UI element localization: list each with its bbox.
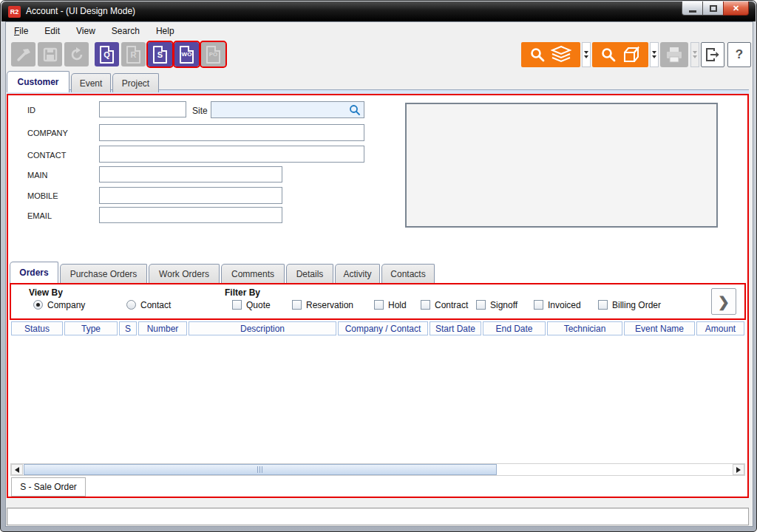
orders-table-body	[11, 337, 744, 463]
app-window: R2 Account - (UI Design Mode) ✕ File Edi…	[0, 0, 757, 532]
tab-work-orders[interactable]: Work Orders	[149, 264, 220, 283]
sale-order-doc-button[interactable]: S	[148, 42, 172, 66]
quote-doc-button[interactable]: Q	[95, 42, 119, 66]
purchase-order-doc-button: PO	[201, 42, 225, 66]
purchase-order-doc-icon: PO	[206, 46, 220, 64]
package-box-icon	[622, 46, 640, 64]
save-icon	[42, 47, 58, 63]
col-end-date[interactable]: End Date	[483, 321, 546, 335]
print-button	[660, 42, 688, 67]
app-logo-icon: R2	[8, 6, 21, 18]
tab-customer[interactable]: Customer	[7, 71, 69, 92]
tab-project[interactable]: Project	[112, 73, 159, 92]
col-amount[interactable]: Amount	[696, 321, 744, 335]
col-number[interactable]: Number	[138, 321, 187, 335]
printer-icon	[665, 47, 683, 63]
radio-contact[interactable]	[126, 300, 136, 310]
search-accounts-button[interactable]	[521, 42, 580, 67]
col-event-name[interactable]: Event Name	[624, 321, 695, 335]
radio-company[interactable]	[33, 300, 43, 310]
email-input[interactable]	[99, 207, 282, 223]
tab-orders[interactable]: Orders	[10, 262, 58, 283]
tab-details[interactable]: Details	[286, 264, 333, 283]
checkbox-hold-label[interactable]: Hold	[388, 300, 407, 310]
checkbox-signoff-label[interactable]: Signoff	[490, 300, 517, 310]
checkbox-reservation-label[interactable]: Reservation	[306, 300, 353, 310]
tab-activity[interactable]: Activity	[335, 264, 380, 283]
col-technician[interactable]: Technician	[547, 321, 622, 335]
search-items-dropdown[interactable]	[650, 42, 659, 67]
close-icon: ✕	[733, 4, 739, 13]
horizontal-scrollbar[interactable]	[10, 463, 745, 476]
contact-input[interactable]	[99, 146, 364, 163]
checkbox-reservation[interactable]	[292, 300, 302, 310]
search-icon	[601, 47, 617, 63]
question-icon: ?	[736, 47, 743, 62]
menu-edit[interactable]: Edit	[36, 24, 68, 38]
radio-company-label[interactable]: Company	[47, 300, 85, 310]
menu-help[interactable]: Help	[148, 24, 183, 38]
tab-comments[interactable]: Comments	[221, 264, 285, 283]
sale-order-doc-icon: S	[153, 46, 167, 64]
col-start-date[interactable]: Start Date	[430, 321, 481, 335]
title-bar: R2 Account - (UI Design Mode) ✕	[1, 1, 756, 21]
checkbox-billing-order-label[interactable]: Billing Order	[612, 300, 661, 310]
minimize-button[interactable]	[682, 1, 703, 16]
col-type[interactable]: Type	[64, 321, 118, 335]
id-label: ID	[27, 106, 35, 115]
site-input[interactable]	[211, 101, 364, 118]
checkbox-signoff[interactable]	[476, 300, 486, 310]
checkbox-quote-label[interactable]: Quote	[246, 300, 271, 310]
radio-contact-label[interactable]: Contact	[140, 300, 171, 310]
company-input[interactable]	[99, 124, 364, 141]
expand-filters-button[interactable]: ❯	[711, 288, 736, 315]
col-s[interactable]: S	[119, 321, 137, 335]
refresh-button	[64, 42, 89, 66]
tab-purchase-orders[interactable]: Purchase Orders	[60, 264, 147, 283]
checkbox-invoiced-label[interactable]: Invoiced	[548, 300, 581, 310]
print-dropdown	[690, 42, 699, 67]
menu-file[interactable]: File	[6, 24, 36, 38]
checkbox-contract[interactable]	[421, 300, 430, 310]
menu-search[interactable]: Search	[103, 24, 148, 38]
id-input[interactable]	[99, 101, 186, 117]
search-items-button[interactable]	[592, 42, 648, 67]
layers-icon	[551, 46, 571, 64]
checkbox-invoiced[interactable]	[534, 300, 543, 310]
scroll-left-button[interactable]	[11, 464, 23, 475]
col-status[interactable]: Status	[11, 321, 63, 335]
menu-view[interactable]: View	[68, 24, 103, 38]
refresh-icon	[69, 47, 85, 63]
help-button[interactable]: ?	[727, 42, 751, 67]
arrow-left-icon	[15, 467, 19, 473]
close-button[interactable]: ✕	[723, 1, 749, 16]
main-input[interactable]	[99, 166, 282, 183]
view-by-label: View By	[29, 287, 63, 298]
save-button	[38, 42, 62, 66]
window-controls: ✕	[682, 1, 749, 16]
exit-button[interactable]	[701, 42, 724, 67]
orders-table-header: Status Type S Number Description Company…	[11, 321, 744, 335]
tab-event[interactable]: Event	[71, 73, 111, 92]
reservation-doc-icon: R	[126, 46, 140, 64]
tab-contacts[interactable]: Contacts	[381, 264, 435, 283]
checkbox-hold[interactable]	[374, 300, 384, 310]
checkbox-quote[interactable]	[232, 300, 242, 310]
checkbox-contract-label[interactable]: Contract	[435, 300, 468, 310]
mobile-input[interactable]	[99, 187, 282, 204]
minimize-icon	[689, 10, 696, 13]
scroll-right-button[interactable]	[733, 464, 744, 475]
col-description[interactable]: Description	[189, 321, 336, 335]
reservation-doc-button: R	[121, 42, 146, 66]
chevron-down-icon	[652, 51, 656, 54]
window-title: Account - (UI Design Mode)	[26, 6, 135, 16]
main-label: MAIN	[27, 171, 48, 180]
scrollbar-thumb[interactable]	[24, 464, 497, 475]
search-accounts-dropdown[interactable]	[582, 42, 591, 67]
maximize-button[interactable]	[702, 1, 724, 16]
checkbox-billing-order[interactable]	[598, 300, 608, 310]
chevron-down-icon	[693, 51, 697, 54]
grip-icon	[257, 466, 263, 473]
col-company-contact[interactable]: Company / Contact	[338, 321, 428, 335]
work-order-doc-button[interactable]: WO	[174, 42, 199, 66]
